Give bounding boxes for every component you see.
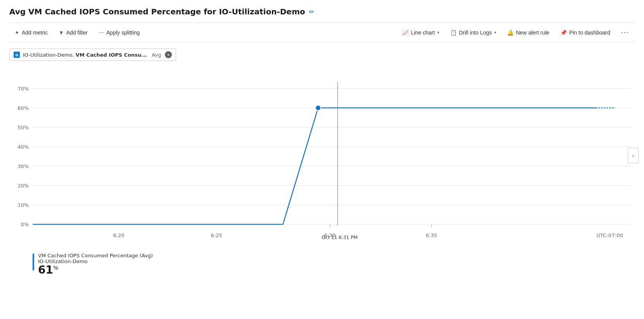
expand-button[interactable]: › xyxy=(628,148,639,163)
legend-title: VM Cached IOPS Consumed Percentage (Avg) xyxy=(38,253,153,258)
add-metric-icon: ✦ xyxy=(15,29,19,36)
svg-point-25 xyxy=(315,105,321,111)
resource-icon xyxy=(14,52,20,58)
page-title: Avg VM Cached IOPS Consumed Percentage f… xyxy=(9,7,305,16)
legend-resource: IO-Utilization-Demo xyxy=(38,258,153,264)
metric-tag: IO-Utilization-Demo, VM Cached IOPS Cons… xyxy=(9,49,176,61)
title-row: Avg VM Cached IOPS Consumed Percentage f… xyxy=(9,7,635,16)
toolbar: ✦ Add metric ▼ Add filter ⋯ Apply splitt… xyxy=(9,23,635,42)
drill-logs-icon: 📋 xyxy=(450,29,457,36)
more-options-button[interactable]: ··· xyxy=(616,26,635,39)
legend-color-bar xyxy=(33,253,34,270)
legend-value: 61% xyxy=(38,264,153,276)
alert-icon: 🔔 xyxy=(507,29,514,36)
chart-svg: 70% 60% 50% 40% 30% 20% 10% 0% 6:20 6:25… xyxy=(9,66,635,245)
more-options-icon: ··· xyxy=(621,28,629,36)
metric-tag-close[interactable]: ✕ xyxy=(165,51,172,58)
svg-text:30%: 30% xyxy=(17,163,29,169)
svg-text:UTC-07:00: UTC-07:00 xyxy=(596,232,623,238)
legend-area: VM Cached IOPS Consumed Percentage (Avg)… xyxy=(9,248,635,276)
add-filter-button[interactable]: ▼ Add filter xyxy=(53,27,93,38)
drill-into-logs-button[interactable]: 📋 Drill into Logs ▾ xyxy=(445,27,502,38)
toolbar-right: 📈 Line chart ▾ 📋 Drill into Logs ▾ 🔔 New… xyxy=(396,26,635,39)
svg-text:20%: 20% xyxy=(17,183,29,189)
legend-details: VM Cached IOPS Consumed Percentage (Avg)… xyxy=(38,253,153,276)
new-alert-rule-button[interactable]: 🔔 New alert rule xyxy=(502,27,555,38)
pin-to-dashboard-button[interactable]: 📌 Pin to dashboard xyxy=(555,27,616,38)
svg-text:6:20: 6:20 xyxy=(113,232,124,238)
line-chart-icon: 📈 xyxy=(402,29,409,36)
line-chart-chevron: ▾ xyxy=(437,30,439,35)
edit-icon[interactable]: ✏ xyxy=(309,8,314,16)
svg-text:50%: 50% xyxy=(17,125,29,130)
svg-text:Oct 11 6:31 PM: Oct 11 6:31 PM xyxy=(322,235,358,240)
apply-splitting-icon: ⋯ xyxy=(99,29,104,36)
svg-text:6:35: 6:35 xyxy=(426,232,437,238)
drill-logs-chevron: ▾ xyxy=(494,30,496,35)
apply-splitting-button[interactable]: ⋯ Apply splitting xyxy=(93,27,145,38)
svg-text:10%: 10% xyxy=(17,202,29,208)
add-metric-button[interactable]: ✦ Add metric xyxy=(9,27,53,38)
add-filter-icon: ▼ xyxy=(59,29,64,36)
svg-text:40%: 40% xyxy=(17,144,29,150)
svg-text:0%: 0% xyxy=(21,222,29,227)
chart-area: 70% 60% 50% 40% 30% 20% 10% 0% 6:20 6:25… xyxy=(9,66,635,245)
svg-text:70%: 70% xyxy=(17,86,29,92)
legend-item: VM Cached IOPS Consumed Percentage (Avg)… xyxy=(33,253,635,276)
line-chart-button[interactable]: 📈 Line chart ▾ xyxy=(396,27,444,38)
metric-tag-label: IO-Utilization-Demo, VM Cached IOPS Cons… xyxy=(23,52,147,58)
svg-text:6:25: 6:25 xyxy=(211,232,222,238)
pin-icon: 📌 xyxy=(560,29,567,36)
svg-text:60%: 60% xyxy=(17,105,29,111)
